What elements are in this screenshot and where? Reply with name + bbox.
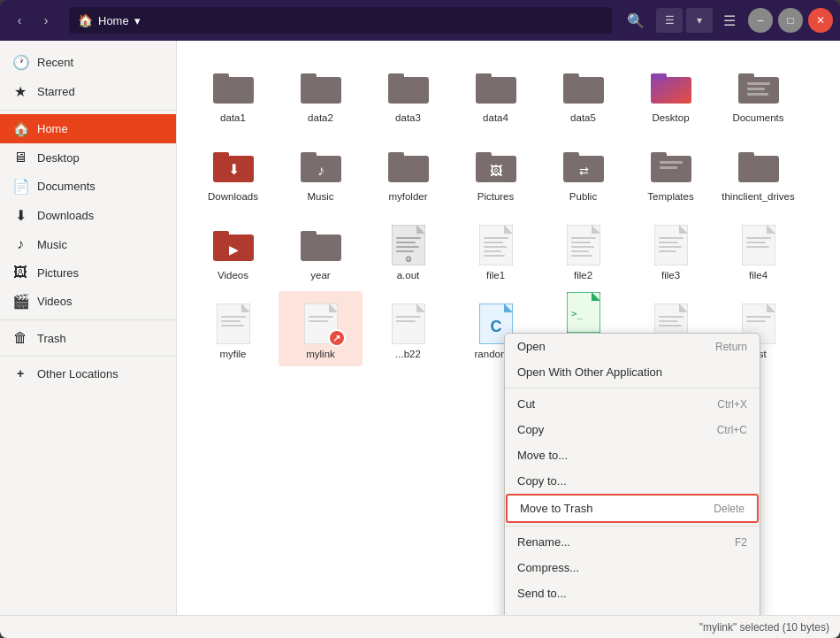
list-item[interactable]: Templates <box>629 134 713 209</box>
list-item[interactable]: file4 <box>716 212 800 288</box>
svg-rect-7 <box>476 73 492 80</box>
main-area: 🕐 Recent ★ Starred 🏠 Home 🖥 Desktop 📄 Do… <box>0 41 840 615</box>
file-label: myfile <box>219 349 246 361</box>
ctx-move-trash[interactable]: Move to Trash Delete <box>506 494 759 523</box>
list-item[interactable]: 🖼 Pictures <box>454 134 538 209</box>
music-icon: ♪ <box>12 236 28 252</box>
sidebar-item-pictures[interactable]: 🖼 Pictures <box>0 258 176 287</box>
list-item[interactable]: ⇄ Public <box>541 134 625 209</box>
svg-rect-15 <box>747 88 765 90</box>
list-item[interactable]: myfolder <box>366 134 450 209</box>
forward-button[interactable]: › <box>34 8 58 33</box>
file-label: data2 <box>308 112 333 125</box>
back-button[interactable]: ‹ <box>7 8 32 33</box>
svg-text:♪: ♪ <box>317 163 325 178</box>
ctx-cut[interactable]: Cut Ctrl+X <box>505 391 760 417</box>
svg-rect-62 <box>571 255 592 257</box>
ctx-star[interactable]: Star <box>505 606 760 615</box>
view-options-button[interactable]: ▾ <box>686 8 713 33</box>
sidebar-item-trash[interactable]: 🗑 Trash <box>0 324 176 352</box>
downloads-icon: ⬇ <box>12 207 28 224</box>
list-item[interactable]: thinclient_drives <box>716 134 800 209</box>
sidebar-label-downloads: Downloads <box>37 209 94 222</box>
svg-rect-76 <box>221 316 246 318</box>
svg-rect-66 <box>659 242 678 243</box>
sidebar-item-downloads[interactable]: ⬇ Downloads <box>0 201 176 230</box>
svg-rect-5 <box>388 73 404 80</box>
ctx-open[interactable]: Open Return <box>505 334 760 359</box>
ctx-move-to-label: Move to... <box>517 449 568 462</box>
sidebar-item-recent[interactable]: 🕐 Recent <box>0 48 176 77</box>
trash-icon: 🗑 <box>12 330 28 346</box>
list-item[interactable]: data5 <box>541 55 625 130</box>
minimize-button[interactable]: – <box>748 8 773 33</box>
ctx-send-to[interactable]: Send to... <box>505 580 760 606</box>
list-item[interactable]: file1 <box>454 212 538 288</box>
svg-text:▶: ▶ <box>228 242 238 257</box>
svg-rect-8 <box>563 77 604 104</box>
svg-rect-67 <box>659 246 682 248</box>
ctx-compress-label: Compress... <box>517 561 579 574</box>
sidebar-item-other[interactable]: + Other Locations <box>0 360 176 387</box>
list-item[interactable]: ⬇ Downloads <box>191 134 275 209</box>
svg-text:C: C <box>490 318 501 335</box>
sidebar-label-documents: Documents <box>37 180 95 193</box>
list-item[interactable]: file2 <box>541 212 625 288</box>
file-label: data1 <box>220 112 246 125</box>
file-label: file4 <box>749 270 767 282</box>
pictures-icon: 🖼 <box>12 265 28 281</box>
list-item[interactable]: ⚙ a.out <box>366 212 450 288</box>
hamburger-menu-button[interactable]: ☰ <box>716 8 743 33</box>
svg-rect-51 <box>484 237 508 239</box>
sidebar-item-desktop[interactable]: 🖥 Desktop <box>0 143 176 172</box>
list-item[interactable]: data1 <box>191 55 275 130</box>
other-icon: + <box>12 366 28 380</box>
svg-rect-36 <box>738 152 754 158</box>
list-item[interactable]: year <box>279 212 363 288</box>
svg-rect-73 <box>746 246 769 248</box>
sidebar-sep-1 <box>0 110 176 111</box>
ctx-move-to[interactable]: Move to... <box>505 442 760 468</box>
list-item[interactable]: Desktop <box>629 55 713 130</box>
list-item[interactable]: data4 <box>454 55 538 130</box>
maximize-button[interactable]: □ <box>778 8 803 33</box>
file-label: thinclient_drives <box>722 191 794 204</box>
sidebar-item-videos[interactable]: 🎬 Videos <box>0 287 176 316</box>
svg-rect-29 <box>563 152 579 158</box>
ctx-rename[interactable]: Rename... F2 <box>505 529 760 555</box>
ctx-open-with[interactable]: Open With Other Application <box>505 359 760 385</box>
list-item[interactable]: ♪ Music <box>279 134 363 209</box>
folder-icon <box>300 224 342 266</box>
ctx-compress[interactable]: Compress... <box>505 555 760 580</box>
file-label: Templates <box>647 191 693 204</box>
list-item[interactable]: myfile <box>191 291 275 366</box>
sidebar-item-music[interactable]: ♪ Music <box>0 230 176 258</box>
list-item[interactable]: data2 <box>279 55 363 130</box>
list-item-mylink[interactable]: ↗ mylink <box>279 291 363 366</box>
list-item[interactable]: data3 <box>366 55 450 130</box>
file-label: file1 <box>486 270 505 282</box>
svg-rect-23 <box>388 156 429 182</box>
ctx-open-label: Open <box>517 340 546 353</box>
ctx-cut-label: Cut <box>517 397 535 411</box>
ctx-copy[interactable]: Copy Ctrl+C <box>505 417 760 442</box>
list-item[interactable]: Documents <box>716 55 800 130</box>
search-button[interactable]: 🔍 <box>622 7 649 34</box>
svg-rect-68 <box>659 250 676 252</box>
svg-rect-85 <box>396 316 421 318</box>
list-view-button[interactable]: ☰ <box>656 8 683 33</box>
ctx-copy-to[interactable]: Copy to... <box>505 468 760 494</box>
sidebar-label-trash: Trash <box>37 332 66 345</box>
sidebar-item-documents[interactable]: 📄 Documents <box>0 172 176 201</box>
svg-rect-6 <box>476 77 516 104</box>
list-item[interactable]: ...b22 <box>366 291 450 366</box>
sidebar-item-starred[interactable]: ★ Starred <box>0 77 176 106</box>
location-bar[interactable]: 🏠 Home ▾ <box>69 7 612 34</box>
recent-icon: 🕐 <box>12 54 28 71</box>
list-item[interactable]: file3 <box>629 212 713 288</box>
close-button[interactable]: ✕ <box>808 8 833 33</box>
svg-rect-34 <box>660 166 677 169</box>
list-item[interactable]: ▶ Videos <box>191 212 275 288</box>
sidebar-item-home[interactable]: 🏠 Home <box>0 114 176 143</box>
svg-rect-32 <box>651 152 667 158</box>
